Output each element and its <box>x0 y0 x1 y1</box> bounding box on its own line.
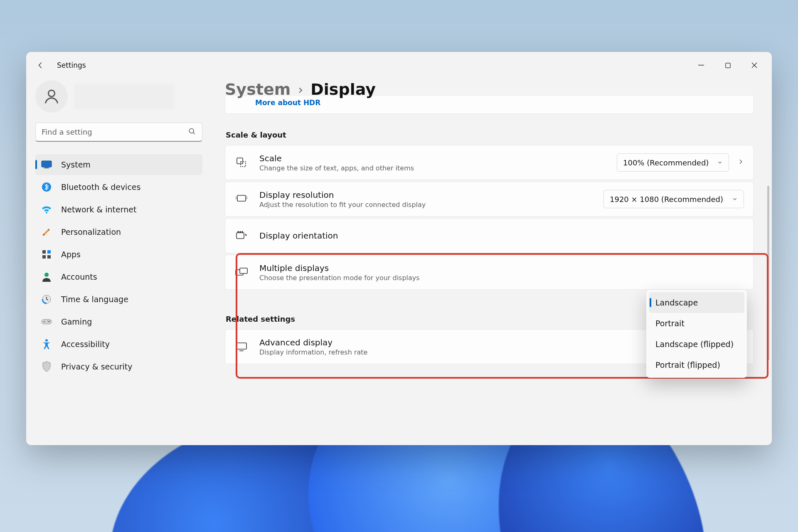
card-title: Multiple displays <box>259 263 744 273</box>
svg-point-16 <box>44 321 45 323</box>
svg-rect-1 <box>725 63 730 67</box>
back-button[interactable] <box>34 59 47 71</box>
orientation-option-portrait[interactable]: Portrait <box>649 313 744 334</box>
sidebar-item-label: Apps <box>61 250 81 259</box>
accessibility-icon <box>41 339 52 350</box>
card-scale[interactable]: Scale Change the size of text, apps, and… <box>225 145 754 180</box>
orientation-icon <box>234 229 249 243</box>
search-box[interactable] <box>35 123 202 142</box>
orientation-option-landscape[interactable]: Landscape <box>649 292 744 313</box>
orientation-option-landscape-flipped[interactable]: Landscape (flipped) <box>649 334 744 355</box>
sidebar-item-privacy[interactable]: Privacy & security <box>35 356 202 377</box>
hdr-more-link[interactable]: More about HDR <box>255 99 320 107</box>
orientation-option-portrait-flipped[interactable]: Portrait (flipped) <box>649 355 744 375</box>
sidebar-item-label: Privacy & security <box>61 362 133 371</box>
chevron-down-icon <box>717 158 723 167</box>
svg-point-8 <box>43 234 44 236</box>
svg-point-19 <box>49 320 50 321</box>
chevron-right-icon: › <box>298 82 303 97</box>
maximize-button[interactable] <box>714 56 741 75</box>
dropdown-value: 100% (Recommended) <box>623 158 709 167</box>
titlebar: Settings <box>26 52 772 79</box>
card-subtitle: Choose the presentation mode for your di… <box>259 274 744 282</box>
svg-point-26 <box>242 232 243 232</box>
sidebar-item-time[interactable]: Time & language <box>35 289 202 310</box>
card-multiple-displays[interactable]: Multiple displays Choose the presentatio… <box>225 255 754 290</box>
sidebar-item-label: Personalization <box>61 227 121 236</box>
sidebar-item-label: Gaming <box>61 317 92 326</box>
resolution-dropdown[interactable]: 1920 × 1080 (Recommended) <box>603 190 744 208</box>
breadcrumb-parent[interactable]: System <box>225 80 291 99</box>
profile-block[interactable] <box>35 80 202 113</box>
monitor-icon <box>234 340 249 354</box>
orientation-dropdown-menu: Landscape Portrait Landscape (flipped) P… <box>646 290 747 378</box>
dropdown-value: 1920 × 1080 (Recommended) <box>610 195 723 204</box>
card-subtitle: Adjust the resolution to fit your connec… <box>259 201 593 209</box>
profile-name-redacted <box>74 84 174 109</box>
bluetooth-icon <box>41 182 52 192</box>
gaming-icon <box>41 316 52 327</box>
sidebar-item-bluetooth[interactable]: Bluetooth & devices <box>35 177 202 197</box>
svg-rect-6 <box>44 167 49 168</box>
sidebar-item-label: Time & language <box>61 295 128 304</box>
sidebar-item-network[interactable]: Network & internet <box>35 199 202 220</box>
sidebar-item-accounts[interactable]: Accounts <box>35 266 202 287</box>
card-title: Display resolution <box>259 190 593 200</box>
card-subtitle: Change the size of text, apps, and other… <box>259 164 606 172</box>
sidebar-item-gaming[interactable]: Gaming <box>35 311 202 332</box>
svg-rect-10 <box>47 250 51 254</box>
accounts-icon <box>41 271 52 282</box>
search-input[interactable] <box>42 128 188 136</box>
sidebar-item-system[interactable]: System <box>35 154 202 175</box>
svg-rect-28 <box>240 268 247 273</box>
sidebar-item-personalization[interactable]: Personalization <box>35 222 202 242</box>
svg-point-2 <box>48 90 54 96</box>
multiple-displays-icon <box>234 265 249 279</box>
hdr-card-fragment[interactable]: More about HDR <box>225 96 754 114</box>
card-orientation[interactable]: Display orientation <box>225 218 754 253</box>
sidebar-item-apps[interactable]: Apps <box>35 244 202 265</box>
svg-rect-29 <box>236 343 246 349</box>
brush-icon <box>41 227 52 237</box>
sidebar-item-label: System <box>61 160 91 169</box>
scale-icon <box>234 155 249 170</box>
section-scale-layout: Scale & layout <box>226 131 754 139</box>
scrollbar-thumb[interactable] <box>767 186 769 360</box>
sidebar: System Bluetooth & devices Network & int… <box>26 79 212 445</box>
clock-icon <box>41 294 52 305</box>
svg-rect-22 <box>237 195 246 201</box>
chevron-down-icon <box>732 195 738 204</box>
svg-rect-15 <box>42 319 52 324</box>
card-title: Scale <box>259 153 606 163</box>
svg-point-25 <box>240 232 241 232</box>
svg-rect-12 <box>47 255 51 259</box>
sidebar-item-accessibility[interactable]: Accessibility <box>35 334 202 355</box>
resolution-icon <box>234 192 249 206</box>
svg-point-24 <box>238 232 239 232</box>
settings-window: Settings <box>26 52 772 445</box>
sidebar-item-label: Accessibility <box>61 340 110 349</box>
search-icon <box>188 127 196 137</box>
close-button[interactable] <box>741 56 768 75</box>
svg-rect-4 <box>42 161 52 167</box>
svg-point-18 <box>47 320 48 321</box>
breadcrumb-current: Display <box>310 80 376 99</box>
sidebar-item-label: Network & internet <box>61 205 136 214</box>
sidebar-item-label: Accounts <box>61 272 97 281</box>
svg-point-20 <box>45 339 48 342</box>
svg-rect-9 <box>42 250 46 254</box>
svg-point-3 <box>189 128 194 133</box>
card-title: Display orientation <box>259 231 744 241</box>
card-resolution[interactable]: Display resolution Adjust the resolution… <box>225 182 754 217</box>
svg-point-7 <box>42 182 51 192</box>
scale-dropdown[interactable]: 100% (Recommended) <box>617 153 729 172</box>
svg-point-17 <box>48 321 49 323</box>
apps-icon <box>41 249 52 260</box>
minimize-button[interactable] <box>688 56 714 75</box>
svg-rect-11 <box>42 255 46 259</box>
sidebar-item-label: Bluetooth & devices <box>61 182 140 192</box>
svg-point-13 <box>44 273 49 277</box>
svg-rect-23 <box>236 233 244 239</box>
content-area: System › Display More about HDR Scale & … <box>212 79 772 445</box>
wifi-icon <box>41 204 52 215</box>
